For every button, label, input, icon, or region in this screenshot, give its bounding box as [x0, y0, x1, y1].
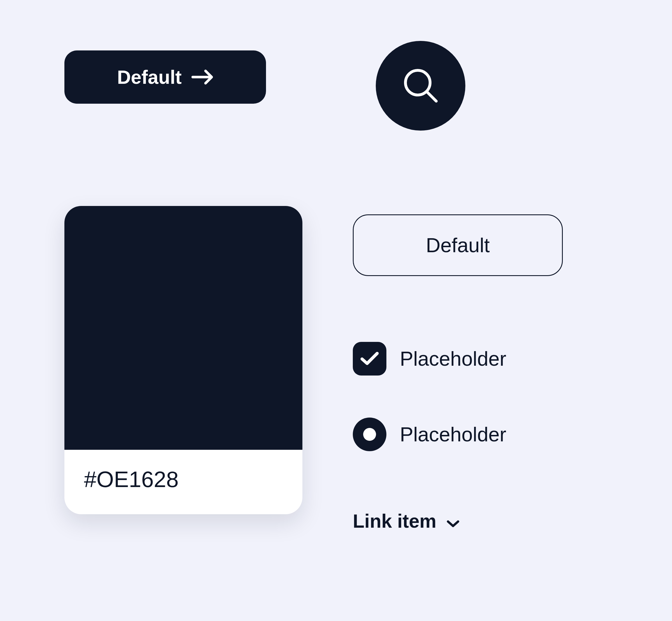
radio-input[interactable] [353, 418, 387, 451]
chevron-down-icon [446, 510, 460, 532]
primary-button[interactable]: Default [64, 50, 266, 104]
svg-line-1 [427, 92, 436, 101]
primary-button-label: Default [117, 66, 181, 88]
checkbox-label: Placeholder [400, 347, 506, 370]
radio-label: Placeholder [400, 423, 506, 446]
outline-button-label: Default [426, 234, 490, 257]
search-icon [401, 66, 440, 106]
outline-button[interactable]: Default [353, 214, 563, 276]
link-item[interactable]: Link item [353, 510, 460, 532]
arrow-right-icon [191, 69, 213, 85]
search-button[interactable] [376, 41, 465, 131]
color-swatch-hex: #OE1628 [64, 450, 302, 492]
checkbox-input[interactable] [353, 342, 387, 375]
check-icon [360, 350, 379, 367]
checkbox-field: Placeholder [353, 342, 506, 375]
color-swatch-card: #OE1628 [64, 206, 302, 514]
radio-field: Placeholder [353, 418, 506, 451]
color-swatch-fill [64, 206, 302, 450]
radio-dot-icon [363, 428, 376, 441]
link-item-label: Link item [353, 510, 437, 532]
